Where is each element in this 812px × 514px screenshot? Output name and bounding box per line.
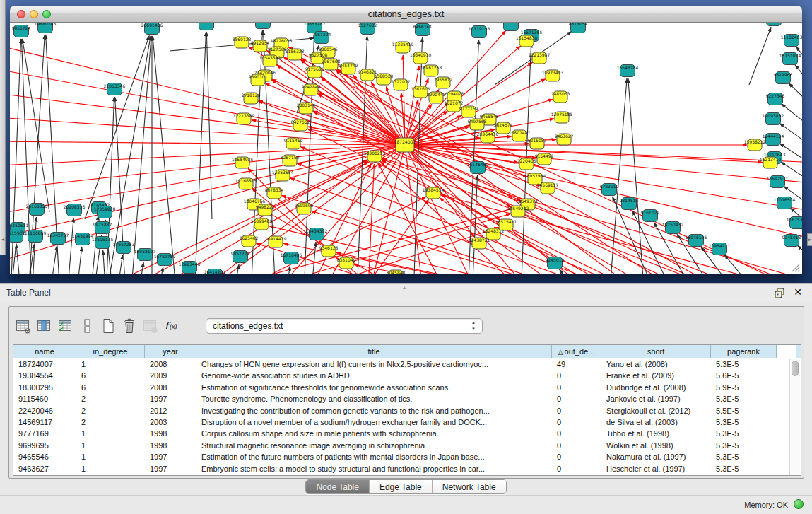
table-container: ⚙✔✔f(x) citations_edges.txt ▲▼ namein_de… (8, 306, 804, 479)
network-node-label: 7955812 (434, 77, 453, 82)
new-table-icon[interactable] (98, 316, 117, 335)
network-node-label: 6351049 (337, 257, 356, 262)
network-node-label: 18046766 (244, 199, 266, 204)
function-builder-icon[interactable]: f(x) (162, 316, 181, 335)
table-cell: 6 (76, 370, 145, 381)
network-node-label: 9161022 (641, 210, 660, 215)
select-rows-icon[interactable]: ✔✔ (56, 316, 75, 335)
column-header-in_degree[interactable]: in_degree (76, 345, 145, 358)
close-panel-icon[interactable]: ✕ (794, 286, 802, 298)
table-cell: 9463627 (13, 463, 76, 474)
network-node-label: 15145450 (467, 162, 489, 167)
table-cell: 5.6E-5 (711, 370, 777, 381)
show-columns-icon[interactable] (35, 316, 54, 335)
window-title: citations_edges.txt (10, 6, 802, 23)
table-row[interactable]: 1872400712008Changes of HCN gene express… (13, 358, 801, 370)
network-node-label: 6466161 (413, 24, 433, 29)
table-row[interactable]: 1938455462009Genome-wide association stu… (13, 370, 801, 381)
network-node-label: 9055724 (12, 25, 31, 30)
network-node-label: 6794028 (445, 91, 464, 96)
network-node-label: 2087682 (502, 23, 521, 24)
network-node-label: 12438721 (469, 238, 490, 243)
column-header-out_de[interactable]: △out_de... (552, 345, 601, 358)
network-node-label: 9777169 (459, 106, 478, 111)
network-node-label: 18250432 (662, 222, 684, 227)
import-table-icon[interactable] (141, 316, 160, 335)
memory-status-label: Memory: OK (744, 501, 788, 509)
network-node[interactable] (199, 23, 214, 30)
network-select-dropdown[interactable]: citations_edges.txt ▲▼ (206, 318, 483, 334)
table-cell: 9115460 (13, 393, 76, 404)
table-cell: 1 (76, 440, 145, 451)
table-row[interactable]: 911546021997Tourette syndrome. Phenomeno… (13, 393, 801, 404)
delete-table-icon[interactable] (119, 316, 139, 335)
column-header-pagerank[interactable]: pagerank (711, 345, 777, 358)
float-panel-icon[interactable] (774, 287, 785, 298)
tab-network-table[interactable]: Network Table (433, 480, 506, 494)
table-tabs-row: Node TableEdge TableNetwork Table (0, 479, 812, 495)
table-cell: 0 (552, 428, 601, 439)
table-row[interactable]: 969969511998Structural magnetic resonanc… (13, 440, 801, 451)
table-row[interactable]: 1456911722003Disruption of a novel membe… (13, 416, 801, 428)
network-node-label: 3915901 (10, 230, 25, 235)
column-header-year[interactable]: year (145, 345, 196, 358)
table-cell: Structural magnetic resonance image aver… (196, 440, 552, 451)
table-settings-icon[interactable]: ⚙ (13, 316, 33, 335)
tab-edge-table[interactable]: Edge Table (370, 480, 433, 494)
network-node-label: 12213389 (233, 113, 255, 118)
table-row[interactable]: 2242004622012Investigating the contribut… (13, 405, 801, 416)
tab-node-table[interactable]: Node Table (306, 480, 370, 494)
network-node[interactable] (767, 23, 782, 26)
network-node-label: 1527602 (358, 23, 377, 28)
network-node-label: 9463627 (555, 134, 574, 139)
column-header-name[interactable]: name (13, 345, 76, 358)
network-node-label: 12353594 (272, 170, 294, 175)
table-tabs: Node TableEdge TableNetwork Table (305, 479, 506, 494)
network-node-label: 11102403 (781, 35, 802, 40)
table-row[interactable]: 1830029562008Estimation of significance … (13, 382, 801, 393)
column-header-title[interactable]: title (196, 345, 552, 358)
table-panel-header[interactable]: ▴ Table Panel ✕ (0, 283, 812, 302)
table-row[interactable]: 977716911998Corpus callosum shape and si… (13, 428, 801, 439)
network-node-label: 14569117 (537, 182, 559, 187)
network-node-label: 12213987 (529, 52, 551, 57)
table-cell: Nakamura et al. (1997) (601, 451, 711, 462)
right-panel-handle-icon[interactable]: ▸ (807, 233, 812, 246)
network-node-label: 12505135 (92, 237, 114, 242)
network-node-label: 8045848 (387, 270, 406, 274)
network-node-label: 11325419 (392, 42, 414, 47)
network-node-label: 18226058 (271, 38, 293, 43)
network-node-label: 9329966 (774, 72, 793, 77)
collapsed-control-panel-edge[interactable] (0, 0, 6, 255)
column-header-filler (777, 345, 796, 358)
network-node[interactable] (256, 23, 271, 29)
resize-grip-icon[interactable] (789, 262, 801, 273)
network-canvas[interactable]: 9055724198802432069140618531045166514051… (10, 23, 802, 274)
network-node-label: 1621072 (445, 100, 464, 105)
table-cell: Yano et al. (2008) (601, 358, 711, 370)
network-node-label: 2967608 (322, 59, 341, 64)
network-window-titlebar[interactable]: citations_edges.txt (10, 6, 802, 23)
network-node-label: 17016504 (774, 197, 796, 202)
network-node-label: 1588520 (375, 74, 394, 78)
panel-drag-grip-icon[interactable]: ▴ (403, 284, 406, 291)
network-window[interactable]: citations_edges.txt 90557241988024320691… (10, 6, 802, 274)
table-cell: 2012 (145, 405, 196, 416)
network-node-label: 15751074 (779, 53, 801, 58)
column-header-short[interactable]: short (601, 345, 711, 358)
scrollbar-thumb[interactable] (792, 361, 799, 376)
table-row[interactable]: 946362711997Embryonic stem cells: a mode… (13, 463, 801, 474)
network-node-label: 10807487 (509, 130, 531, 135)
network-node-label: 12975185 (551, 112, 573, 117)
left-panel-handle-icon[interactable]: ◂ (0, 234, 6, 245)
status-bar: Memory: OK (0, 495, 812, 514)
network-node-label: 16914479 (265, 236, 287, 241)
table-cell: Corpus callosum shape and size in male p… (196, 428, 552, 439)
table-body: 1872400712008Changes of HCN gene express… (13, 358, 801, 474)
network-node-label: 19880243 (35, 23, 57, 26)
table-row[interactable]: 946554611997Estimation of the future num… (13, 451, 801, 462)
vertical-scrollbar[interactable] (789, 359, 800, 475)
row-height-icon[interactable] (77, 316, 96, 335)
network-node-label: 16213410 (760, 157, 782, 162)
table-cell: Embryonic stem cells: a model to study s… (196, 463, 552, 474)
